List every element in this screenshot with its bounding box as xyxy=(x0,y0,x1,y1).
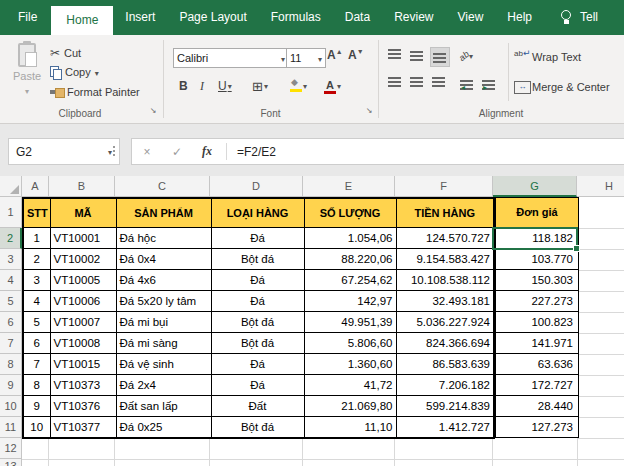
underline-dropdown-icon[interactable] xyxy=(228,79,232,93)
column-header-b[interactable]: B xyxy=(49,176,115,197)
cell-d4[interactable]: Đá xyxy=(211,270,304,291)
font-color-dropdown-icon[interactable] xyxy=(337,79,341,93)
copy-button[interactable]: Copy xyxy=(50,64,99,80)
shrink-font-button[interactable]: A▼ xyxy=(348,48,364,64)
underline-button[interactable]: U xyxy=(218,79,232,97)
dialog-launcher-icon[interactable] xyxy=(148,106,158,116)
row-header-13[interactable]: 13 xyxy=(0,459,22,466)
paste-dropdown-icon[interactable] xyxy=(25,82,29,99)
cell-e4[interactable]: 67.254,62 xyxy=(304,270,396,291)
row-header-12[interactable]: 12 xyxy=(0,438,22,459)
cell-f4[interactable]: 10.108.538.112 xyxy=(396,270,494,291)
header-cell[interactable]: SẢN PHẨM xyxy=(116,198,211,228)
cell-g9[interactable]: 172.727 xyxy=(496,375,578,396)
cell-d6[interactable]: Bột đá xyxy=(211,312,304,333)
column-header-d[interactable]: D xyxy=(210,176,303,197)
tab-review[interactable]: Review xyxy=(382,0,445,35)
row-header-2[interactable]: 2 xyxy=(0,228,22,249)
tab-data[interactable]: Data xyxy=(333,0,382,35)
row-header-4[interactable]: 4 xyxy=(0,270,22,291)
cell-d8[interactable]: Đá xyxy=(211,354,304,375)
tab-page-layout[interactable]: Page Layout xyxy=(167,0,258,35)
cell-a11[interactable]: 10 xyxy=(23,417,50,439)
bold-button[interactable]: B xyxy=(179,79,188,97)
cell-g3[interactable]: 103.770 xyxy=(496,249,578,270)
header-cell[interactable]: STT xyxy=(23,198,50,228)
column-header-c[interactable]: C xyxy=(115,176,210,197)
cancel-button[interactable]: × xyxy=(132,145,162,159)
cell-a8[interactable]: 7 xyxy=(23,354,50,375)
select-all-corner[interactable] xyxy=(0,176,22,197)
cut-button[interactable]: Cut xyxy=(50,45,81,61)
borders-dropdown-icon[interactable] xyxy=(264,79,268,93)
name-box[interactable]: G2 xyxy=(8,138,120,165)
cell-b3[interactable]: VT10002 xyxy=(50,249,116,270)
header-cell[interactable]: LOẠI HÀNG xyxy=(211,198,304,228)
cell-e8[interactable]: 1.360,60 xyxy=(304,354,396,375)
cell-f11[interactable]: 1.412.727 xyxy=(396,417,494,439)
cell-f8[interactable]: 86.583.639 xyxy=(396,354,494,375)
italic-button[interactable]: I xyxy=(200,79,204,97)
cell-b7[interactable]: VT10008 xyxy=(50,333,116,354)
row-header-3[interactable]: 3 xyxy=(0,249,22,270)
header-cell[interactable]: SỐ LƯỢNG xyxy=(304,198,396,228)
cell-f7[interactable]: 824.366.694 xyxy=(396,333,494,354)
cell-b4[interactable]: VT10005 xyxy=(50,270,116,291)
borders-button[interactable] xyxy=(252,79,268,97)
cell-g8[interactable]: 63.636 xyxy=(496,354,578,375)
cell-b9[interactable]: VT10373 xyxy=(50,375,116,396)
formula-input[interactable]: =F2/E2 xyxy=(231,145,276,159)
tab-help[interactable]: Help xyxy=(495,0,544,35)
cell-e7[interactable]: 5.806,60 xyxy=(304,333,396,354)
cell-a7[interactable]: 6 xyxy=(23,333,50,354)
cell-f3[interactable]: 9.154.583.427 xyxy=(396,249,494,270)
tab-formulas[interactable]: Formulas xyxy=(259,0,333,35)
cell-d7[interactable]: Bột đá xyxy=(211,333,304,354)
formula-bar-grip[interactable] xyxy=(113,146,115,148)
wrap-text-button[interactable]: Wrap Text xyxy=(532,51,581,63)
cell-g6[interactable]: 100.823 xyxy=(496,312,578,333)
fill-handle[interactable] xyxy=(573,245,580,252)
cell-c5[interactable]: Đá 5x20 ly tâm xyxy=(116,291,211,312)
font-size-select[interactable]: 11 xyxy=(286,48,326,68)
cell-a2[interactable]: 1 xyxy=(23,228,50,249)
cell-b6[interactable]: VT10007 xyxy=(50,312,116,333)
column-header-e[interactable]: E xyxy=(303,176,395,197)
cell-a10[interactable]: 9 xyxy=(23,396,50,417)
active-cell-selection[interactable] xyxy=(492,227,578,250)
align-bottom-icon[interactable] xyxy=(430,47,450,67)
cell-f5[interactable]: 32.493.181 xyxy=(396,291,494,312)
column-header-a[interactable]: A xyxy=(22,176,49,197)
merge-center-button[interactable]: Merge & Center xyxy=(532,81,610,93)
cell-e5[interactable]: 142,97 xyxy=(304,291,396,312)
font-color-button[interactable]: A xyxy=(324,79,341,97)
font-name-select[interactable]: Calibri xyxy=(173,48,289,68)
header-cell-g1[interactable]: Đơn giá xyxy=(496,198,578,228)
cell-g11[interactable]: 127.273 xyxy=(496,417,578,437)
header-cell[interactable]: TIỀN HÀNG xyxy=(396,198,494,228)
row-header-11[interactable]: 11 xyxy=(0,417,22,438)
dialog-launcher-icon[interactable] xyxy=(364,106,374,116)
cell-a5[interactable]: 4 xyxy=(23,291,50,312)
enter-button[interactable]: ✓ xyxy=(162,145,192,159)
row-header-10[interactable]: 10 xyxy=(0,396,22,417)
tab-insert[interactable]: Insert xyxy=(113,0,167,35)
cell-d11[interactable]: Bột đá xyxy=(211,417,304,439)
copy-dropdown-icon[interactable] xyxy=(95,66,99,78)
cell-b10[interactable]: VT10376 xyxy=(50,396,116,417)
align-top-icon[interactable] xyxy=(386,47,404,65)
cell-c4[interactable]: Đá 4x6 xyxy=(116,270,211,291)
decrease-indent-icon[interactable]: ◂ xyxy=(458,77,476,95)
format-painter-button[interactable]: Format Painter xyxy=(50,84,140,100)
cell-f10[interactable]: 599.214.839 xyxy=(396,396,494,417)
tab-file[interactable]: File xyxy=(4,0,51,35)
align-left-icon[interactable] xyxy=(386,77,404,95)
cell-b11[interactable]: VT10377 xyxy=(50,417,116,439)
cell-c8[interactable]: Đá vệ sinh xyxy=(116,354,211,375)
cell-c9[interactable]: Đá 2x4 xyxy=(116,375,211,396)
cell-e11[interactable]: 11,10 xyxy=(304,417,396,439)
row-header-6[interactable]: 6 xyxy=(0,312,22,333)
cell-e10[interactable]: 21.069,80 xyxy=(304,396,396,417)
cell-c3[interactable]: Đá 0x4 xyxy=(116,249,211,270)
cell-a9[interactable]: 8 xyxy=(23,375,50,396)
